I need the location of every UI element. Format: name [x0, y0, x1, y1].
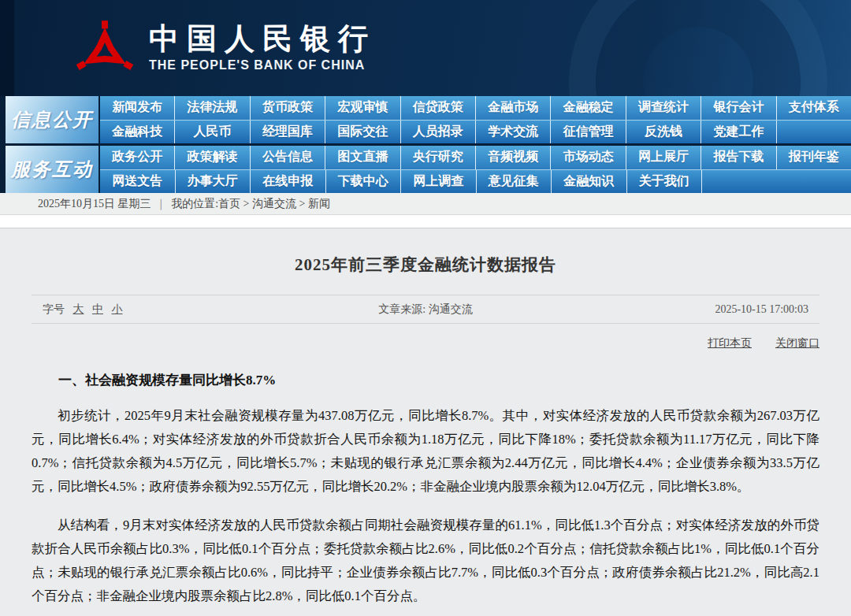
- nav-item[interactable]: 图文直播: [325, 146, 400, 169]
- nav-item[interactable]: 下载中心: [326, 170, 402, 194]
- nav-item[interactable]: 公告信息: [251, 146, 325, 169]
- nav-item[interactable]: 人民币: [175, 121, 250, 144]
- current-date: 2025年10月15日 星期三: [38, 198, 151, 210]
- bank-logo[interactable]: 中国人民银行 THE PEOPLE'S BANK OF CHINA: [75, 12, 376, 84]
- font-size-label: 字号: [43, 303, 65, 315]
- nav-item[interactable]: 征信管理: [551, 121, 626, 144]
- nav-section-label-fuwuhudong[interactable]: 服务互动: [6, 146, 98, 193]
- nav-item[interactable]: 经理国库: [251, 121, 325, 144]
- nav-item[interactable]: 新闻发布: [100, 96, 175, 120]
- nav-item[interactable]: 网上调查: [401, 170, 477, 194]
- nav-item[interactable]: 金融科技: [100, 121, 175, 144]
- nav-item-empty: [777, 121, 851, 144]
- nav-item[interactable]: 报刊年鉴: [777, 146, 851, 169]
- font-size-medium-button[interactable]: 中: [92, 303, 103, 315]
- nav-item[interactable]: 宏观审慎: [325, 96, 400, 120]
- close-window-link[interactable]: 关闭窗口: [775, 336, 819, 351]
- nav-section-label-xinxigongkai[interactable]: 信息公开: [6, 96, 98, 143]
- article-paragraph: 从结构看，9月末对实体经济发放的人民币贷款余额占同期社会融资规模存量的61.1%…: [32, 514, 819, 608]
- breadcrumb: 2025年10月15日 星期三｜我的位置:首页 > 沟通交流 > 新闻: [0, 193, 851, 215]
- main-navigation: 信息公开 新闻发布 法律法规 货币政策 宏观审慎 信贷政策 金融市场 金融稳定 …: [0, 96, 851, 193]
- breadcrumb-separator: ｜: [156, 198, 167, 210]
- nav-item[interactable]: 报告下载: [701, 146, 776, 169]
- nav-item[interactable]: 网上展厅: [626, 146, 701, 169]
- print-page-link[interactable]: 打印本页: [708, 336, 752, 351]
- path-separator: >: [240, 198, 252, 210]
- nav-item[interactable]: 银行会计: [701, 96, 776, 120]
- nav-item[interactable]: 人员招录: [401, 121, 476, 144]
- section-heading: 一、社会融资规模存量同比增长8.7%: [32, 371, 819, 389]
- nav-item[interactable]: 政策解读: [175, 146, 250, 169]
- font-size-small-button[interactable]: 小: [112, 303, 123, 315]
- publish-datetime: 2025-10-15 17:00:03: [553, 303, 808, 316]
- breadcrumb-communication[interactable]: 沟通交流: [252, 198, 296, 210]
- site-header: 中国人民银行 THE PEOPLE'S BANK OF CHINA: [0, 0, 851, 96]
- bank-name-english: THE PEOPLE'S BANK OF CHINA: [149, 58, 376, 72]
- nav-band-service-interaction: 服务互动 政务公开 政策解读 公告信息 图文直播 央行研究 音频视频 市场动态 …: [6, 146, 851, 193]
- nav-item[interactable]: 国际交往: [325, 121, 400, 144]
- breadcrumb-news[interactable]: 新闻: [308, 198, 330, 210]
- nav-item[interactable]: 关于我们: [627, 170, 703, 194]
- source-value: 沟通交流: [429, 303, 473, 315]
- nav-item[interactable]: 办事大厅: [176, 170, 251, 194]
- nav-item[interactable]: 学术交流: [476, 121, 551, 144]
- location-label: 我的位置:: [171, 198, 218, 210]
- nav-item[interactable]: 意见征集: [477, 170, 552, 194]
- pboc-emblem-icon: [75, 12, 135, 84]
- nav-band-information-disclosure: 信息公开 新闻发布 法律法规 货币政策 宏观审慎 信贷政策 金融市场 金融稳定 …: [6, 96, 851, 143]
- article-panel: 2025年前三季度金融统计数据报告 字号 大 中 小 文章来源: 沟通交流 20…: [0, 228, 851, 608]
- nav-item[interactable]: 政务公开: [100, 146, 175, 169]
- font-size-large-button[interactable]: 大: [73, 303, 84, 315]
- article-paragraph: 初步统计，2025年9月末社会融资规模存量为437.08万亿元，同比增长8.7%…: [32, 404, 819, 499]
- nav-item[interactable]: 货币政策: [251, 96, 325, 120]
- nav-item[interactable]: 音频视频: [476, 146, 551, 169]
- divider-strip: [0, 215, 851, 228]
- nav-item[interactable]: 党建工作: [701, 121, 776, 144]
- nav-item[interactable]: 央行研究: [401, 146, 476, 169]
- nav-item[interactable]: 金融稳定: [551, 96, 626, 120]
- bank-name-chinese: 中国人民银行: [149, 24, 376, 54]
- nav-item[interactable]: 支付体系: [777, 96, 851, 120]
- breadcrumb-home[interactable]: 首页: [218, 198, 240, 210]
- nav-item[interactable]: 网送文告: [100, 170, 176, 194]
- nav-item[interactable]: 法律法规: [175, 96, 250, 120]
- path-separator: >: [296, 198, 308, 210]
- nav-item[interactable]: 金融市场: [476, 96, 551, 120]
- page-title: 2025年前三季度金融统计数据报告: [32, 228, 819, 276]
- nav-item-empty: [777, 170, 851, 194]
- article-meta-bar: 字号 大 中 小 文章来源: 沟通交流 2025-10-15 17:00:03: [32, 295, 819, 324]
- source-label: 文章来源:: [378, 303, 426, 315]
- nav-item[interactable]: 在线申报: [251, 170, 326, 194]
- nav-item[interactable]: 反洗钱: [626, 121, 701, 144]
- nav-item[interactable]: 金融知识: [552, 170, 627, 194]
- nav-item[interactable]: 市场动态: [551, 146, 626, 169]
- nav-item[interactable]: 信贷政策: [401, 96, 476, 120]
- nav-item[interactable]: 调查统计: [626, 96, 701, 120]
- nav-item-empty: [702, 170, 777, 194]
